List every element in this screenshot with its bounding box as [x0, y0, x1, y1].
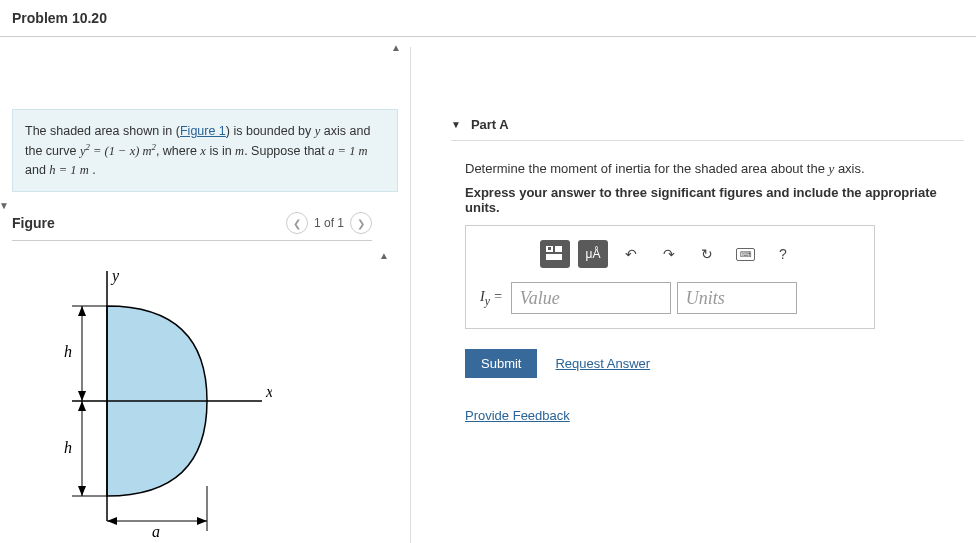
figure-header: Figure ❮ 1 of 1 ❯: [12, 212, 372, 241]
redo-button[interactable]: ↷: [654, 240, 684, 268]
instruction-2: Express your answer to three significant…: [465, 185, 964, 215]
answer-panel: μÅ ↶ ↷ ↻ ⌨ ? Iy = Value Units: [465, 225, 875, 329]
scroll-up-icon[interactable]: ▲: [388, 39, 404, 55]
input-row: Iy = Value Units: [480, 282, 860, 314]
reset-button[interactable]: ↻: [692, 240, 722, 268]
figure-scroll-down-icon[interactable]: ▼: [376, 538, 392, 543]
undo-button[interactable]: ↶: [616, 240, 646, 268]
diagram-svg: y x h h a: [12, 261, 272, 541]
dim-h-lower: h: [64, 439, 72, 456]
axis-x-label: x: [265, 383, 272, 400]
text: is in: [206, 144, 235, 158]
dim-a: a: [152, 523, 160, 540]
svg-marker-9: [78, 486, 86, 496]
variable-label: Iy =: [480, 289, 505, 308]
part-a-header[interactable]: ▼ Part A: [451, 109, 964, 141]
axis-y-label: y: [110, 267, 120, 285]
part-a-label: Part A: [471, 117, 509, 132]
svg-rect-17: [546, 254, 562, 260]
unit: m: [235, 144, 244, 158]
svg-marker-5: [78, 391, 86, 401]
equation: y2 = (1 − x) m2: [80, 144, 156, 158]
right-column: ▼ ▼ Part A Determine the moment of inert…: [411, 37, 976, 543]
problem-header: Problem 10.20: [0, 0, 976, 37]
request-answer-link[interactable]: Request Answer: [555, 356, 650, 371]
text: .: [89, 163, 96, 177]
submit-row: Submit Request Answer: [465, 349, 964, 378]
provide-feedback-link[interactable]: Provide Feedback: [465, 408, 570, 423]
feedback-row: Provide Feedback: [465, 408, 964, 423]
content-area: ▲ The shaded area shown in (Figure 1) is…: [0, 37, 976, 543]
cond-a: a = 1 m: [328, 144, 367, 158]
prev-figure-button[interactable]: ❮: [286, 212, 308, 234]
text: ) is bounded by: [226, 124, 315, 138]
text: The shaded area shown in (: [25, 124, 180, 138]
svg-rect-15: [548, 247, 551, 250]
figure-pager: 1 of 1: [314, 216, 344, 230]
figure-diagram: y x h h a: [12, 261, 398, 543]
svg-marker-12: [107, 517, 117, 525]
submit-button[interactable]: Submit: [465, 349, 537, 378]
cond-h: h = 1 m: [49, 163, 88, 177]
text: and: [25, 163, 49, 177]
dim-h-upper: h: [64, 343, 72, 360]
figure-scroll-up-icon[interactable]: ▲: [376, 247, 392, 263]
collapse-icon[interactable]: ▼: [451, 119, 461, 130]
text: . Suppose that: [244, 144, 328, 158]
value-input[interactable]: Value: [511, 282, 671, 314]
part-a-body: Determine the moment of inertia for the …: [451, 141, 964, 423]
problem-statement: The shaded area shown in (Figure 1) is b…: [12, 109, 398, 192]
figure-link[interactable]: Figure 1: [180, 124, 226, 138]
next-figure-button[interactable]: ❯: [350, 212, 372, 234]
left-scroll-down-icon[interactable]: ▼: [0, 197, 12, 213]
units-input[interactable]: Units: [677, 282, 797, 314]
answer-toolbar: μÅ ↶ ↷ ↻ ⌨ ?: [480, 240, 860, 268]
keyboard-button[interactable]: ⌨: [730, 240, 760, 268]
template-picker-button[interactable]: [540, 240, 570, 268]
problem-title: Problem 10.20: [12, 10, 964, 26]
figure-label: Figure: [12, 215, 55, 231]
svg-marker-13: [197, 517, 207, 525]
left-column: ▲ The shaded area shown in (Figure 1) is…: [0, 37, 410, 543]
svg-marker-8: [78, 401, 86, 411]
text: , where: [156, 144, 200, 158]
help-button[interactable]: ?: [768, 240, 798, 268]
figure-nav: ❮ 1 of 1 ❯: [286, 212, 372, 234]
instruction-1: Determine the moment of inertia for the …: [465, 161, 964, 177]
units-button[interactable]: μÅ: [578, 240, 608, 268]
svg-rect-16: [555, 246, 562, 252]
svg-marker-4: [78, 306, 86, 316]
